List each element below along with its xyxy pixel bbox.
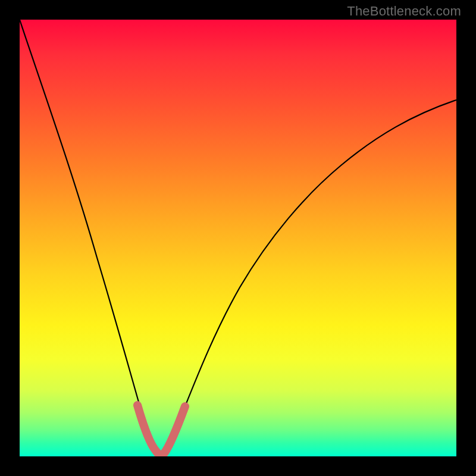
watermark-text: TheBottleneck.com <box>347 4 461 19</box>
trough-highlight <box>137 405 185 455</box>
curve-layer <box>20 20 456 456</box>
chart-frame: TheBottleneck.com <box>0 0 476 476</box>
bottleneck-curve <box>20 20 456 455</box>
plot-area <box>20 20 456 456</box>
